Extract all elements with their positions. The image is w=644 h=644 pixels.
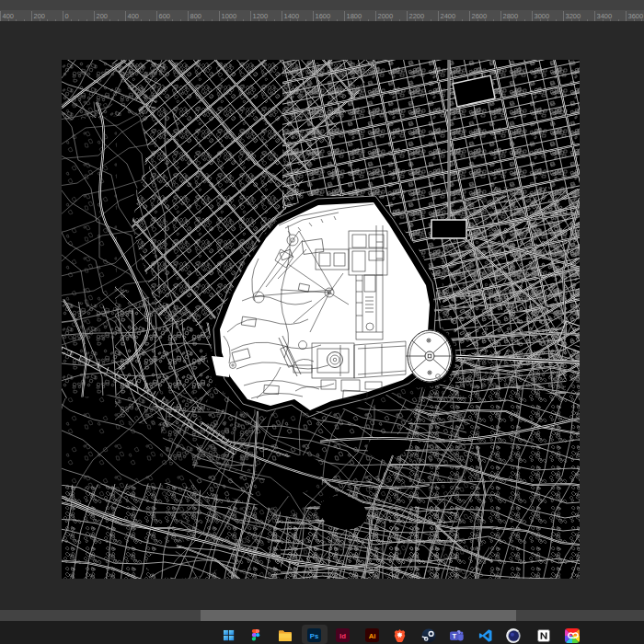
svg-text:Ai: Ai bbox=[368, 632, 375, 640]
svg-text:Id: Id bbox=[339, 632, 346, 640]
svg-text:Ps: Ps bbox=[310, 632, 318, 640]
svg-text:T: T bbox=[452, 632, 456, 640]
